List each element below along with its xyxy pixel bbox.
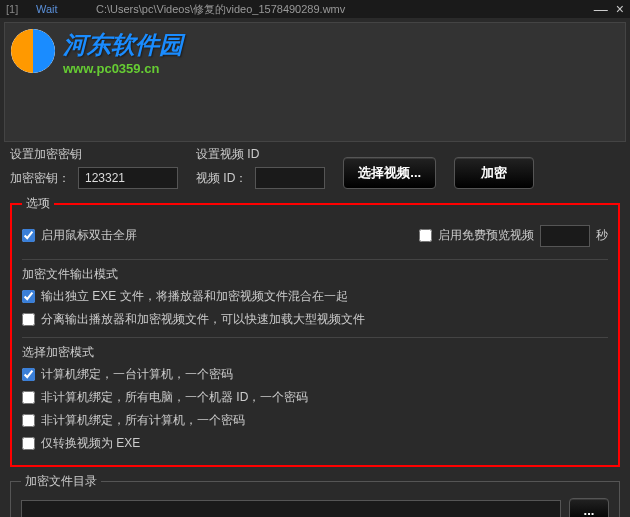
logo-icon [11,29,55,73]
key-input[interactable] [78,167,178,189]
options-legend: 选项 [22,195,54,212]
video-title: 设置视频 ID [196,146,325,163]
preview-checkbox[interactable] [419,229,432,242]
video-id-block: 设置视频 ID 视频 ID： [196,146,325,189]
item-index: [1] [6,3,36,15]
video-label: 视频 ID： [196,170,247,187]
encrypt-mode-title: 选择加密模式 [22,337,608,361]
dblclick-option[interactable]: 启用鼠标双击全屏 [22,224,137,247]
minimize-button[interactable]: — [594,1,608,17]
close-button[interactable]: × [616,1,624,17]
output-dir-fieldset: 加密文件目录 ... [10,473,620,517]
seconds-label: 秒 [596,227,608,244]
logo-banner: 河东软件园 www.pc0359.cn [4,22,626,142]
key-label: 加密密钥： [10,170,70,187]
options-fieldset: 选项 启用鼠标双击全屏 启用免费预览视频 秒 加密文件输出模式 输出独立 EXE… [10,195,620,467]
output-exe-option[interactable]: 输出独立 EXE 文件，将播放器和加密视频文件混合在一起 [22,285,608,308]
item-status: Wait [36,3,96,15]
select-video-button[interactable]: 选择视频... [343,157,436,189]
title-bar: [1] Wait C:\Users\pc\Videos\修复的video_157… [0,0,630,18]
key-title: 设置加密密钥 [10,146,178,163]
output-dir-input[interactable] [21,500,561,518]
output-exe-checkbox[interactable] [22,290,35,303]
encrypt-button[interactable]: 加密 [454,157,534,189]
encmode-bind1-checkbox[interactable] [22,368,35,381]
encmode-bind4-checkbox[interactable] [22,437,35,450]
encmode-bind2-checkbox[interactable] [22,391,35,404]
browse-button[interactable]: ... [569,498,609,517]
encmode-bind3-option[interactable]: 非计算机绑定，所有计算机，一个密码 [22,409,608,432]
preview-seconds-input[interactable] [540,225,590,247]
encmode-bind1-option[interactable]: 计算机绑定，一台计算机，一个密码 [22,363,608,386]
logo-title: 河东软件园 [63,29,183,61]
output-mode-title: 加密文件输出模式 [22,259,608,283]
encmode-bind2-option[interactable]: 非计算机绑定，所有电脑，一个机器 ID，一个密码 [22,386,608,409]
logo-url: www.pc0359.cn [63,61,183,76]
output-split-checkbox[interactable] [22,313,35,326]
output-dir-legend: 加密文件目录 [21,473,101,490]
encmode-bind3-checkbox[interactable] [22,414,35,427]
item-path: C:\Users\pc\Videos\修复的video_1578490289.w… [96,2,586,17]
dblclick-checkbox[interactable] [22,229,35,242]
video-id-input[interactable] [255,167,325,189]
encmode-bind4-option[interactable]: 仅转换视频为 EXE [22,432,608,455]
output-split-option[interactable]: 分离输出播放器和加密视频文件，可以快速加载大型视频文件 [22,308,608,331]
key-block: 设置加密密钥 加密密钥： [10,146,178,189]
preview-option[interactable]: 启用免费预览视频 [419,224,534,247]
